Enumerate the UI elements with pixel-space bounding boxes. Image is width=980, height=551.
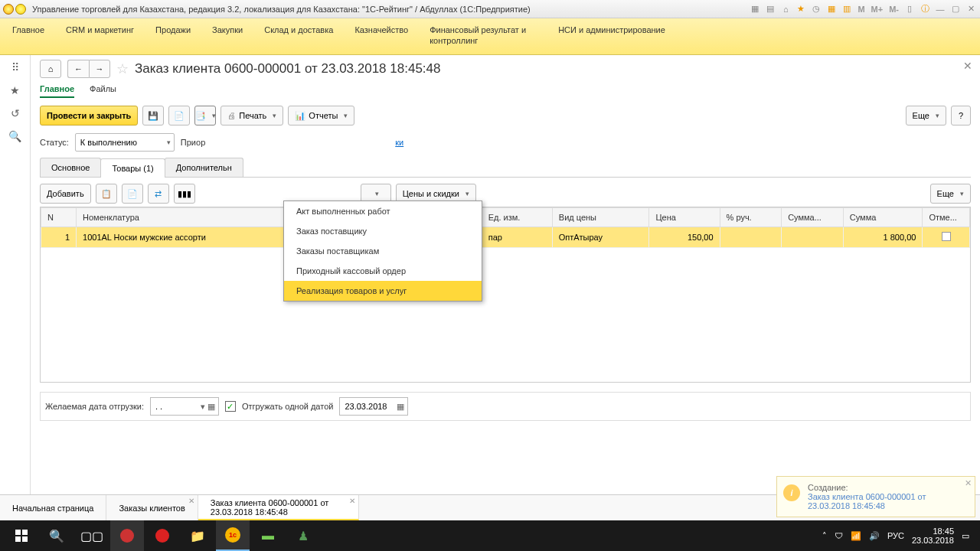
table-row[interactable]: 1 1001AL Носки мужские ассорти Отгрузить… [41,227,970,248]
tray-chevron-icon[interactable]: ˄ [822,531,827,541]
col-cancel[interactable]: Отме... [923,208,970,227]
search-icon[interactable]: 🔍 [40,520,74,551]
tab-additional[interactable]: Дополнительн [165,158,243,177]
reports-button[interactable]: 📊Отчеты [288,106,354,126]
tray-lang[interactable]: РУС [887,531,904,540]
col-nomenclature[interactable]: Номенклатура [77,208,288,227]
back-button[interactable]: ← [67,60,89,78]
explorer-icon[interactable]: 📁 [181,520,214,551]
star-icon[interactable]: ★ [8,83,23,98]
copy-row-button[interactable]: 📋 [96,184,117,204]
menu-main[interactable]: Главное [12,24,44,35]
paste-row-button[interactable]: 📄 [122,184,143,204]
tray-notifications-icon[interactable]: ▭ [962,531,969,541]
calendar-icon[interactable]: ▾ ▦ [201,402,215,412]
tab-main[interactable]: Основное [40,158,101,177]
search-icon[interactable]: 🔍 [8,129,23,144]
subtab-main[interactable]: Главное [40,84,74,98]
apps-icon[interactable]: ⠿ [8,60,23,75]
tray-defender-icon[interactable]: 🛡 [835,531,843,540]
bottab-start[interactable]: Начальная страница [0,495,106,520]
tray-volume-icon[interactable]: 🔊 [869,531,880,541]
create-based-button[interactable]: 📑 [194,106,216,126]
document-content: ✕ ⌂ ← → ☆ Заказ клиента 0600-000001 от 2… [31,55,980,496]
col-pricetype[interactable]: Вид цены [552,208,649,227]
barcode-button[interactable]: ▮▮▮ [174,184,195,204]
toolbar-icon[interactable]: ▦ [749,3,761,15]
toolbar-icon[interactable]: ⌂ [779,3,792,15]
subtab-files[interactable]: Файлы [90,84,116,98]
col-n[interactable]: N [41,208,77,227]
menu-purchases[interactable]: Закупки [212,24,243,35]
menu-treasury[interactable]: Казначейство [354,24,408,35]
tray-clock[interactable]: 18:45 23.03.2018 [912,527,954,545]
post-button[interactable]: 📄 [168,106,190,126]
bottab-orders[interactable]: Заказы клиентов✕ [106,495,198,520]
m-minus-button[interactable]: M- [887,5,900,14]
history-icon[interactable]: ◷ [810,3,822,15]
close-tab-icon[interactable]: ✕ [349,497,355,506]
col-sumd[interactable]: Сумма... [782,208,844,227]
dd-item-supplier-orders[interactable]: Заказы поставщикам [284,241,482,261]
single-date-checkbox[interactable]: ✓ [225,401,236,412]
calendar-icon[interactable]: ▥ [841,3,853,15]
taskbar-app[interactable] [145,520,179,551]
close-document-icon[interactable]: ✕ [963,60,972,72]
taskbar-app[interactable]: ♟ [286,520,320,551]
col-sum[interactable]: Сумма [843,208,923,227]
home-button[interactable]: ⌂ [40,60,61,78]
menu-finresult[interactable]: Финансовый результат и контроллинг [430,24,537,46]
notification-toast[interactable]: i ✕ Создание: Заказ клиента 0600-000001 … [776,476,975,517]
maximize-icon[interactable]: ▢ [949,3,962,15]
m-plus-button[interactable]: M+ [870,5,885,14]
menu-sales[interactable]: Продажи [155,24,191,35]
dd-item-act[interactable]: Акт выполненных работ [284,201,482,221]
toolbar-icon[interactable]: ▤ [764,3,776,15]
add-row-button[interactable]: Добавить [40,184,91,204]
save-button[interactable]: 💾 [142,106,164,126]
cancel-checkbox[interactable] [942,232,951,241]
link-partial[interactable]: ки [395,138,403,147]
menu-admin[interactable]: НСИ и администрирование [558,24,665,35]
col-price[interactable]: Цена [649,208,720,227]
post-and-close-button[interactable]: Провести и закрыть [40,106,138,126]
taskbar-1c[interactable]: 1c [216,520,250,551]
favorite-icon[interactable]: ★ [795,3,807,15]
dd-item-supplier-order[interactable]: Заказ поставщику [284,221,482,241]
tray-network-icon[interactable]: 📶 [851,531,861,541]
calendar-icon[interactable]: ▦ [397,402,404,412]
close-notification-icon[interactable]: ✕ [965,478,972,488]
help-button[interactable]: ? [951,106,971,126]
menu-warehouse[interactable]: Склад и доставка [264,24,333,35]
calc-icon[interactable]: ▦ [825,3,838,15]
col-unit[interactable]: Ед. изм. [482,208,552,227]
forward-button[interactable]: → [89,60,110,78]
table-more-button[interactable]: Еще [930,184,971,204]
close-icon[interactable]: ✕ [965,3,977,15]
history-icon[interactable]: ↺ [8,106,23,121]
panel-icon[interactable]: ▯ [903,3,916,15]
favorite-star-icon[interactable]: ☆ [116,60,129,77]
goods-table[interactable]: N Номенклатура личе... Ед. изм. Вид цены… [40,207,971,383]
ship-date-input[interactable]: . .▾ ▦ [150,397,219,416]
taskbar-app[interactable] [110,520,144,551]
bottab-current[interactable]: Заказ клиента 0600-000001 от 23.03.2018 … [198,495,359,520]
status-select[interactable]: К выполнению [75,133,175,152]
menu-crm[interactable]: CRM и маркетинг [66,24,134,35]
date2-input[interactable]: 23.03.2018▦ [339,397,408,416]
dd-item-realization[interactable]: Реализация товаров и услуг [284,281,482,301]
minimize-icon[interactable]: — [934,3,946,15]
print-button[interactable]: 🖨Печать [220,106,283,126]
fill-button[interactable]: ⇄ [148,184,169,204]
info-icon[interactable]: ⓘ [919,3,931,15]
m-button[interactable]: M [856,5,866,14]
windows-taskbar: 🔍 ▢▢ 📁 1c ▬ ♟ ˄ 🛡 📶 🔊 РУС 18:45 23.03.20… [0,520,980,551]
taskbar-app[interactable]: ▬ [251,520,285,551]
col-manual[interactable]: % руч. [720,208,782,227]
more-button[interactable]: Еще [906,106,946,126]
dd-item-cash-order[interactable]: Приходный кассовый ордер [284,261,482,281]
start-button[interactable] [5,520,38,551]
close-tab-icon[interactable]: ✕ [188,497,194,506]
tab-goods[interactable]: Товары (1) [100,158,165,178]
taskview-icon[interactable]: ▢▢ [75,520,109,551]
